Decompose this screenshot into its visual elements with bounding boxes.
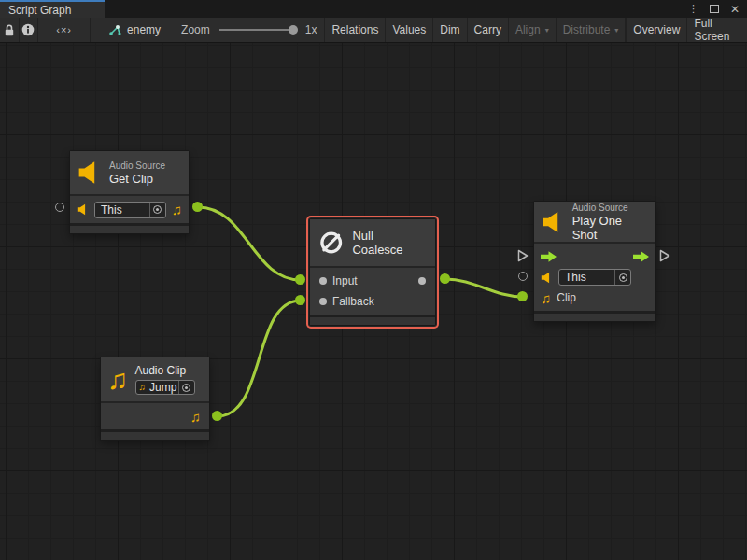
this-target-field[interactable]: This <box>94 202 166 218</box>
node-get-clip[interactable]: Audio Source Get Clip This ♫ <box>69 150 190 234</box>
script-graph-window: Script Graph ⋮ ✕ ‹×› <box>0 0 747 560</box>
audioclip-output-port[interactable] <box>212 411 222 421</box>
dim-button[interactable]: Dim <box>433 18 467 42</box>
input-port-row: Input <box>310 271 435 291</box>
dropdown-caret-icon: ▾ <box>614 26 618 35</box>
target-port-row: This ♫ <box>70 196 189 223</box>
node-title: Get Clip <box>109 172 165 186</box>
clip-port-row: ♫ Clip <box>534 287 655 308</box>
zoom-label: Zoom <box>181 23 210 36</box>
graph-toolbar: ‹×› enemy Zoom 1x Relations Values Dim C… <box>0 18 747 43</box>
node-subtitle: Audio Source <box>572 203 646 214</box>
relations-button[interactable]: Relations <box>325 18 386 42</box>
node-footer <box>310 315 435 325</box>
dropdown-caret-icon: ▾ <box>545 26 549 35</box>
node-subtitle: Audio Source <box>109 161 165 172</box>
nullcoalesce-output-port[interactable] <box>440 273 450 284</box>
node-null-coalesce[interactable]: Null Coalesce Input Fallback <box>309 218 436 326</box>
this-target-field[interactable]: This <box>558 269 631 286</box>
audio-source-icon <box>541 272 553 284</box>
wire-getclip-to-input <box>198 207 301 280</box>
values-button[interactable]: Values <box>386 18 433 42</box>
wire-audioclip-to-fallback <box>218 301 301 416</box>
node-play-one-shot[interactable]: Audio Source Play One Shot <box>533 201 656 322</box>
carry-button[interactable]: Carry <box>468 18 509 42</box>
node-header: Audio Source Get Clip <box>70 151 189 194</box>
maximize-icon[interactable] <box>710 5 719 13</box>
info-icon <box>21 23 35 36</box>
lock-icon <box>3 23 16 37</box>
node-footer <box>101 429 209 440</box>
zoom-slider[interactable] <box>219 29 294 31</box>
audio-source-icon <box>78 161 102 185</box>
zoom-slider-handle[interactable] <box>289 25 298 35</box>
flow-out-arrow-icon <box>633 251 649 262</box>
node-footer <box>534 311 655 321</box>
null-coalesce-icon <box>317 229 345 257</box>
breadcrumb-root-button[interactable]: ‹×› <box>38 18 91 42</box>
node-title: Audio Clip <box>135 364 195 378</box>
node-header: Audio Source Play One Shot <box>534 202 655 242</box>
node-title: Null Coalesce <box>352 229 426 257</box>
flow-port-row <box>534 246 655 267</box>
wire-output-to-clip <box>445 279 523 297</box>
input-port-dot[interactable] <box>319 277 327 285</box>
tab-bar: Script Graph ⋮ ✕ <box>0 0 747 18</box>
kebab-menu-icon[interactable]: ⋮ <box>688 4 698 14</box>
audio-clip-output-icon: ♫ <box>190 410 201 424</box>
node-header: Null Coalesce <box>310 219 435 266</box>
window-actions: ⋮ ✕ <box>688 0 747 18</box>
node-footer <box>70 223 189 233</box>
nullcoalesce-fallback-port[interactable] <box>295 295 305 305</box>
target-port-row: This <box>534 267 655 287</box>
output-port-row: ♫ <box>101 403 209 429</box>
fallback-port-dot[interactable] <box>319 298 327 305</box>
nullcoalesce-input-port[interactable] <box>295 274 305 285</box>
getclip-output-port[interactable] <box>192 202 203 212</box>
playoneshot-flow-in-port[interactable] <box>517 249 529 266</box>
align-button[interactable]: Align▾ <box>509 18 557 42</box>
distribute-button[interactable]: Distribute▾ <box>557 18 627 42</box>
info-button[interactable] <box>20 18 39 42</box>
flow-in-arrow-icon <box>541 251 557 262</box>
full-screen-button[interactable]: Full Screen <box>687 18 747 42</box>
audio-clip-input-icon: ♫ <box>541 291 551 305</box>
audio-clip-icon: ♫ <box>107 366 129 394</box>
node-audio-clip[interactable]: ♫ Audio Clip ♫Jump ♫ <box>100 357 210 441</box>
graph-name: enemy <box>127 23 161 36</box>
overview-button[interactable]: Overview <box>626 18 687 42</box>
getclip-target-input-port[interactable] <box>55 203 64 212</box>
object-picker-icon[interactable] <box>149 203 165 217</box>
audio-source-icon <box>77 203 89 216</box>
playoneshot-target-input-port[interactable] <box>518 272 528 281</box>
node-header: ♫ Audio Clip ♫Jump <box>101 357 209 401</box>
audio-clip-value-field[interactable]: ♫Jump <box>135 380 195 395</box>
object-picker-icon[interactable] <box>178 381 194 394</box>
audio-clip-output-icon: ♫ <box>172 203 182 217</box>
lock-button[interactable] <box>0 18 20 42</box>
graph-canvas[interactable]: Audio Source Get Clip This ♫ <box>0 43 747 560</box>
zoom-value: 1x <box>305 23 317 36</box>
audio-source-icon <box>542 210 565 234</box>
object-picker-icon[interactable] <box>614 270 630 285</box>
fallback-port-row: Fallback <box>310 291 435 312</box>
note-icon: ♫ <box>139 383 147 392</box>
close-icon[interactable]: ✕ <box>730 4 740 15</box>
tab-script-graph[interactable]: Script Graph <box>0 0 105 18</box>
graph-title-segment: enemy Zoom 1x <box>91 18 325 42</box>
tab-label: Script Graph <box>8 4 71 17</box>
playoneshot-clip-input-port[interactable] <box>517 291 528 301</box>
angle-x-icon: ‹×› <box>56 24 72 35</box>
result-port-dot[interactable] <box>418 277 426 285</box>
node-title: Play One Shot <box>572 214 646 242</box>
playoneshot-flow-out-port[interactable] <box>659 249 670 266</box>
graph-icon <box>107 24 121 36</box>
